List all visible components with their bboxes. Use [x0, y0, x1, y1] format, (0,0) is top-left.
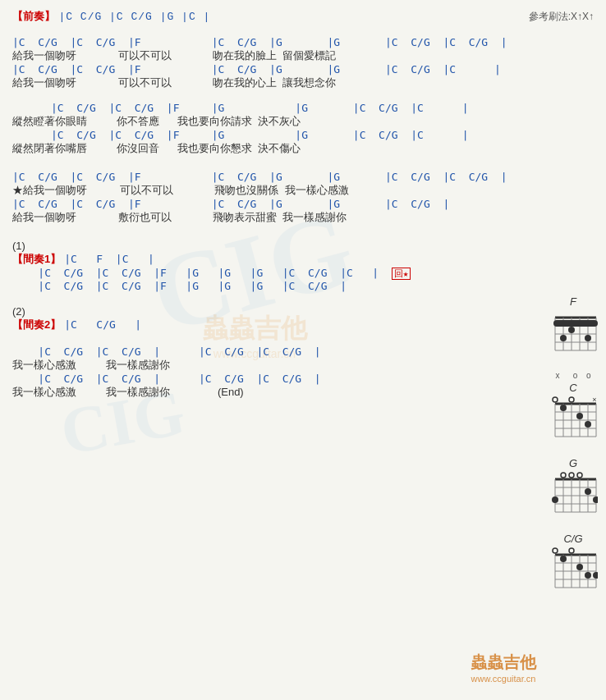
chord-diagram-CG: C/G	[549, 533, 598, 592]
interlude2-header: 【間奏2】 |C C/G |	[12, 318, 594, 332]
chord-diagrams: F	[549, 295, 598, 592]
chord-label-CG: C/G	[563, 533, 582, 545]
int1-chords2: |C C/G |C C/G |F |G |G |G |C C/G |	[12, 280, 594, 292]
chord-C-spacer2	[581, 371, 583, 380]
svg-point-46	[561, 473, 566, 478]
outro: |C C/G |C C/G | |C C/G |C C/G | 我一樣心感激 我…	[12, 345, 594, 400]
v2-chords1: |C C/G |C C/G |F |G |G |C C/G |C |	[12, 102, 594, 114]
chord-diagram-G: G	[549, 457, 598, 516]
svg-point-48	[577, 473, 582, 478]
out-lyrics2: 我一樣心感激 我一樣感謝你 (End)	[12, 385, 594, 400]
v1-lyrics1: 給我一個吻呀 可以不可以 吻在我的臉上 留個愛標記	[12, 48, 594, 63]
svg-point-26	[560, 405, 567, 411]
logo-bottom-url: www.ccguitar.cn	[471, 674, 536, 684]
chord-svg-G	[549, 471, 598, 516]
chord-C-spacer	[562, 371, 569, 380]
intro-chords: |C C/G |C C/G |G |C |	[58, 11, 210, 23]
interlude1-group: (1) 【間奏1】 |C F |C | |C C/G |C C/G |F |G …	[12, 240, 594, 292]
svg-point-44	[552, 496, 558, 503]
ch-lyrics1: ★給我一個吻呀 可以不可以 飛吻也沒關係 我一樣心感激	[12, 183, 594, 198]
svg-point-63	[593, 572, 598, 579]
ref-text: 參考刷法:X↑X↑	[529, 11, 594, 22]
interlude1-label: 【間奏1】	[12, 252, 61, 267]
ch-lyrics2: 給我一個吻呀 敷衍也可以 飛吻表示甜蜜 我一樣感謝你	[12, 210, 594, 225]
chord-C-o2: o	[586, 371, 591, 380]
interlude1-header: 【間奏1】 |C F |C |	[12, 252, 594, 267]
chord-label-G: G	[569, 457, 577, 469]
svg-rect-11	[553, 320, 598, 327]
interlude2-chords: |C C/G |	[64, 318, 141, 331]
interlude2-group: (2) 【間奏2】 |C C/G |	[12, 305, 594, 332]
main-content: 【前奏】 |C C/G |C C/G |G |C | 參考刷法:X↑X↑ |C …	[12, 8, 594, 400]
svg-point-14	[585, 335, 591, 341]
chord-diagram-C: x o o C	[549, 371, 598, 441]
label-1: (1)	[12, 240, 594, 252]
out-chords2: |C C/G |C C/G | |C C/G |C C/G |	[12, 373, 594, 385]
out-chords1: |C C/G |C C/G | |C C/G |C C/G |	[12, 345, 594, 358]
svg-point-28	[585, 421, 591, 428]
header: 【前奏】 |C C/G |C C/G |G |C | 參考刷法:X↑X↑	[12, 8, 594, 25]
svg-point-60	[560, 556, 567, 562]
svg-point-45	[593, 496, 598, 503]
label-2: (2)	[12, 305, 594, 318]
svg-point-64	[553, 548, 558, 553]
chord-diagram-F: F	[549, 295, 598, 355]
svg-point-30	[569, 397, 574, 402]
ref-strumming: 參考刷法:X↑X↑	[529, 8, 594, 24]
svg-point-13	[560, 335, 567, 341]
ch-chords1: |C C/G |C C/G |F |C C/G |G |G |C C/G |C …	[12, 171, 594, 183]
svg-text:×: ×	[592, 396, 596, 404]
svg-point-27	[576, 413, 583, 419]
hui-star: 回★	[392, 268, 411, 280]
page: CIG CIG 【前奏】 |C C/G |C C/G |G |C | 參考刷法:…	[0, 0, 606, 700]
svg-point-47	[569, 473, 574, 478]
v2-lyrics1: 縱然瞪著你眼睛 你不答應 我也要向你請求 決不灰心	[12, 114, 594, 129]
intro-bracket: 【前奏】	[12, 10, 55, 22]
logo-bottom: 蟲蟲吉他 www.ccguitar.cn	[471, 652, 536, 684]
out-lyrics1: 我一樣心感激 我一樣感謝你	[12, 358, 594, 373]
intro-label: 【前奏】 |C C/G |C C/G |G |C |	[12, 8, 210, 25]
interlude2-label: 【間奏2】	[12, 318, 61, 332]
v1-chords2: |C C/G |C C/G |F |C C/G |G |G |C C/G |C …	[12, 63, 594, 75]
svg-point-61	[576, 564, 583, 570]
verse1: |C C/G |C C/G |F |C C/G |G |G |C C/G |C …	[12, 36, 594, 90]
v2-chords2: |C C/G |C C/G |F |G |G |C C/G |C |	[12, 129, 594, 141]
chord-svg-C: ×	[549, 396, 598, 441]
chorus: |C C/G |C C/G |F |C C/G |G |G |C C/G |C …	[12, 171, 594, 225]
verse2: |C C/G |C C/G |F |G |G |C C/G |C | 縱然瞪著你…	[12, 102, 594, 156]
chord-label-F: F	[570, 295, 576, 308]
interlude1-chords0: |C F |C |	[64, 253, 154, 265]
v2-lyrics2: 縱然閉著你嘴唇 你沒回音 我也要向你懇求 決不傷心	[12, 141, 594, 156]
svg-point-12	[568, 327, 575, 333]
logo-bottom-cn: 蟲蟲吉他	[471, 652, 536, 674]
v1-lyrics2: 給我一個吻呀 可以不可以 吻在我的心上 讓我想念你	[12, 75, 594, 90]
int1-chords1: |C C/G |C C/G |F |G |G |G |C C/G |C | 回★	[12, 267, 594, 280]
svg-point-62	[585, 572, 591, 579]
chord-C-o1: o	[573, 371, 578, 380]
ch-chords2: |C C/G |C C/G |F |C C/G |G |G |C C/G |	[12, 198, 594, 210]
svg-point-43	[585, 488, 591, 495]
chord-svg-F	[549, 309, 598, 355]
v1-chords1: |C C/G |C C/G |F |C C/G |G |G |C C/G |C …	[12, 36, 594, 48]
chord-svg-CG	[549, 547, 598, 592]
chord-label-C: C	[569, 382, 576, 394]
svg-point-29	[553, 397, 558, 402]
chord-C-x: x	[555, 371, 559, 380]
svg-point-65	[569, 548, 574, 553]
